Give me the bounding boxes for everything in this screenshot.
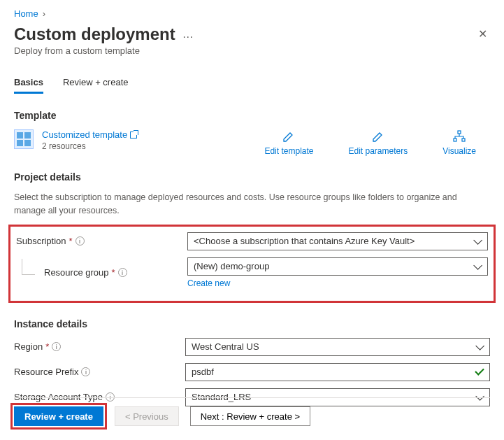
visualize-button[interactable]: Visualize — [442, 129, 476, 156]
external-link-icon — [130, 132, 137, 139]
chevron-right-icon: › — [43, 8, 45, 19]
subscription-label: Subscription — [16, 236, 66, 246]
resource-prefix-label: Resource Prefix — [14, 367, 78, 377]
breadcrumb: Home › — [14, 8, 490, 19]
pencil-icon — [371, 129, 385, 143]
resource-group-label: Resource group — [44, 267, 109, 278]
customized-template-link[interactable]: Customized template — [42, 129, 137, 140]
highlighted-region: Subscription * i <Choose a subscription … — [8, 225, 496, 303]
edit-template-label: Edit template — [264, 146, 313, 156]
required-indicator: * — [45, 341, 49, 352]
diagram-icon — [452, 129, 466, 143]
create-new-link[interactable]: Create new — [187, 278, 230, 288]
region-select[interactable]: West Central US — [185, 338, 490, 356]
subscription-select[interactable]: <Choose a subscription that contains Azu… — [187, 232, 488, 250]
pencil-icon — [282, 129, 296, 143]
region-value: West Central US — [192, 341, 259, 352]
visualize-label: Visualize — [442, 146, 476, 156]
more-actions-button[interactable]: … — [182, 28, 194, 41]
info-icon[interactable]: i — [75, 236, 85, 246]
breadcrumb-home[interactable]: Home — [14, 8, 38, 19]
customized-template-label: Customized template — [42, 129, 127, 140]
template-resources-count: 2 resources — [42, 141, 137, 151]
section-project-details: Project details — [14, 171, 490, 183]
resource-prefix-value: psdbf — [192, 367, 214, 377]
svg-rect-0 — [458, 131, 461, 134]
info-icon[interactable]: i — [52, 342, 61, 351]
chevron-down-icon — [473, 239, 482, 244]
chevron-down-icon — [475, 344, 484, 350]
resource-group-value: (New) demo-group — [194, 261, 269, 271]
section-instance-details: Instance details — [14, 318, 490, 329]
review-create-button[interactable]: Review + create — [14, 406, 103, 426]
edit-template-button[interactable]: Edit template — [264, 129, 313, 156]
next-button[interactable]: Next : Review + create > — [190, 406, 310, 426]
resource-prefix-input[interactable]: psdbf — [185, 363, 490, 381]
page-title: Custom deployment — [14, 24, 175, 44]
edit-parameters-button[interactable]: Edit parameters — [348, 129, 408, 156]
project-details-description: Select the subscription to manage deploy… — [14, 191, 490, 218]
close-button[interactable]: ✕ — [475, 24, 490, 43]
chevron-down-icon — [473, 264, 482, 269]
tab-basics[interactable]: Basics — [14, 77, 43, 94]
info-icon[interactable]: i — [118, 268, 127, 277]
resource-group-select[interactable]: (New) demo-group — [187, 257, 488, 276]
subscription-value: <Choose a subscription that contains Azu… — [194, 236, 415, 246]
tabs: Basics Review + create — [14, 77, 490, 94]
section-template: Template — [14, 110, 490, 121]
info-icon[interactable]: i — [81, 367, 90, 376]
edit-parameters-label: Edit parameters — [348, 146, 408, 156]
footer: Review + create < Previous Next : Review… — [14, 397, 490, 426]
tab-review-create[interactable]: Review + create — [63, 77, 129, 94]
page-subtitle: Deploy from a custom template — [14, 45, 194, 56]
region-label: Region — [14, 341, 43, 352]
previous-button: < Previous — [115, 406, 179, 426]
template-icon — [14, 129, 34, 149]
check-icon — [475, 371, 484, 373]
required-indicator: * — [69, 236, 73, 246]
svg-rect-1 — [454, 139, 456, 141]
required-indicator: * — [112, 267, 115, 278]
svg-rect-2 — [462, 139, 465, 141]
